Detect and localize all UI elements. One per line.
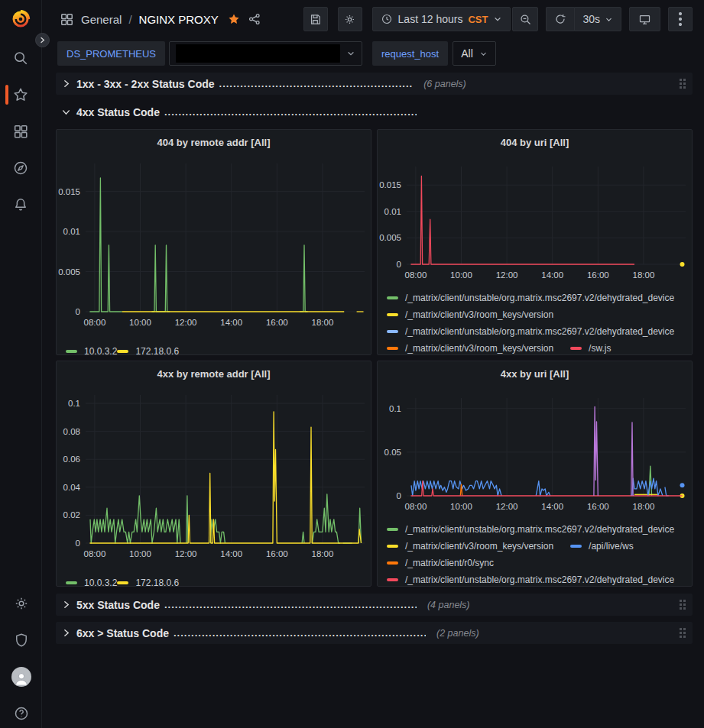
- sidebar-item-help[interactable]: [0, 703, 42, 724]
- panel-title[interactable]: 404 by remote addr [All]: [57, 130, 371, 154]
- refresh-button[interactable]: [546, 7, 574, 31]
- legend-item[interactable]: 172.18.0.6: [117, 346, 179, 355]
- panel-title[interactable]: 404 by uri [All]: [378, 130, 692, 154]
- time-series-chart[interactable]: 08:0010:0012:0014:0016:0018:0000.050.1: [378, 386, 692, 514]
- panel-legend: /_matrix/client/unstable/org.matrix.msc2…: [378, 293, 692, 355]
- redacted-datasource-value: [176, 44, 340, 63]
- dashboard-panel: 404 by uri [All]08:0010:0012:0014:0016:0…: [377, 129, 693, 355]
- legend-swatch: [387, 561, 398, 565]
- row-drag-handle[interactable]: [680, 79, 686, 89]
- legend-item[interactable]: 172.18.0.6: [117, 578, 179, 587]
- kebab-menu-button[interactable]: [668, 7, 693, 31]
- request-host-variable-dropdown[interactable]: All: [453, 41, 496, 66]
- refresh-group: 30s: [546, 7, 621, 31]
- svg-text:14:00: 14:00: [541, 502, 563, 511]
- legend-swatch: [387, 296, 398, 299]
- chevron-right-icon: [61, 628, 71, 638]
- share-icon[interactable]: [248, 12, 261, 26]
- legend-label: 172.18.0.6: [135, 578, 179, 587]
- sidebar-item-configuration[interactable]: [0, 593, 42, 614]
- legend-item[interactable]: /_matrix/client/unstable/org.matrix.msc2…: [387, 574, 674, 585]
- svg-text:0.05: 0.05: [384, 448, 401, 457]
- sidebar-item-starred[interactable]: [0, 84, 42, 105]
- legend-item[interactable]: /_matrix/client/unstable/org.matrix.msc2…: [387, 293, 674, 303]
- svg-text:0.005: 0.005: [379, 233, 401, 242]
- svg-text:08:00: 08:00: [84, 318, 106, 327]
- request-host-variable-label[interactable]: request_host: [372, 41, 448, 66]
- time-range-picker[interactable]: Last 12 hours CST: [372, 7, 511, 31]
- svg-text:0.1: 0.1: [68, 399, 80, 408]
- svg-text:16:00: 16:00: [266, 318, 288, 327]
- sidebar-bottom: [0, 578, 42, 724]
- time-range-label: Last 12 hours: [398, 13, 463, 25]
- row-5xx[interactable]: 5xx Status Code ........................…: [56, 594, 693, 616]
- panel-title[interactable]: 4xx by remote addr [All]: [57, 361, 371, 386]
- dashboard-settings-button[interactable]: [338, 7, 362, 31]
- sidebar-item-dashboards[interactable]: [0, 121, 42, 142]
- panel-title[interactable]: 4xx by uri [All]: [378, 361, 692, 386]
- datasource-variable-dropdown[interactable]: [169, 41, 362, 66]
- top-nav: General / NGINX PROXY: [54, 0, 704, 38]
- grafana-logo[interactable]: [9, 8, 32, 31]
- svg-text:12:00: 12:00: [496, 270, 518, 280]
- svg-text:0.04: 0.04: [63, 483, 81, 492]
- monitor-icon: [638, 13, 651, 26]
- row-title: 6xx > Status Code: [76, 627, 169, 639]
- svg-text:08:00: 08:00: [405, 270, 427, 280]
- svg-text:0: 0: [76, 307, 80, 316]
- time-series-chart[interactable]: 08:0010:0012:0014:0016:0018:0000.0050.01…: [378, 154, 692, 283]
- row-drag-handle[interactable]: [680, 628, 686, 638]
- svg-text:18:00: 18:00: [633, 502, 655, 511]
- legend-label: /_matrix/client/unstable/org.matrix.msc2…: [405, 524, 674, 535]
- legend-item[interactable]: /_matrix/client/unstable/org.matrix.msc2…: [387, 326, 674, 337]
- legend-label: /_matrix/client/r0/sync: [405, 558, 494, 568]
- row-1xx-3xx-2xx[interactable]: 1xx - 3xx - 2xx Status Code ............…: [56, 73, 693, 95]
- row-4xx[interactable]: 4xx Status Code ........................…: [56, 101, 693, 123]
- legend-item[interactable]: /sw.js: [570, 343, 611, 354]
- dashboard-panel: 4xx by uri [All]08:0010:0012:0014:0016:0…: [377, 361, 693, 587]
- legend-item[interactable]: /_matrix/client/v3/room_keys/version: [387, 541, 553, 552]
- zoom-out-time-button[interactable]: [512, 7, 538, 31]
- legend-label: /_matrix/client/v3/room_keys/version: [405, 541, 553, 552]
- time-series-chart[interactable]: 08:0010:0012:0014:0016:0018:0000.020.040…: [57, 386, 371, 563]
- breadcrumb-folder[interactable]: General: [81, 13, 122, 26]
- sidebar-item-alerting[interactable]: [0, 194, 42, 215]
- row-drag-handle[interactable]: [680, 600, 686, 610]
- legend-item[interactable]: 10.0.3.2: [66, 578, 117, 587]
- sidebar-item-search[interactable]: [0, 47, 42, 69]
- legend-item[interactable]: /_matrix/client/v3/room_keys/version: [387, 343, 553, 354]
- gear-icon: [13, 595, 30, 612]
- legend-item[interactable]: 10.0.3.2: [66, 346, 117, 355]
- time-series-chart[interactable]: 08:0010:0012:0014:0016:0018:0000.0050.01…: [57, 154, 371, 332]
- save-dashboard-button[interactable]: [303, 7, 328, 31]
- breadcrumb-dashboard-title[interactable]: NGINX PROXY: [139, 13, 219, 26]
- legend-label: /_matrix/client/v3/room_keys/version: [405, 343, 553, 354]
- refresh-interval-dropdown[interactable]: 30s: [574, 7, 621, 31]
- svg-text:0.005: 0.005: [58, 267, 80, 277]
- legend-item[interactable]: /_matrix/client/unstable/org.matrix.msc2…: [387, 524, 674, 535]
- row-title-dots: ........................................…: [164, 106, 417, 118]
- sidebar-item-profile[interactable]: [0, 666, 42, 688]
- sidebar-expand-button[interactable]: [35, 33, 50, 47]
- legend-item[interactable]: /api/live/ws: [570, 541, 634, 552]
- legend-label: 10.0.3.2: [84, 346, 117, 355]
- row-6xx[interactable]: 6xx > Status Code ......................…: [56, 622, 693, 644]
- svg-text:10:00: 10:00: [129, 318, 151, 327]
- row-title-dots: ........................................…: [219, 78, 414, 89]
- svg-text:0.08: 0.08: [63, 427, 80, 436]
- breadcrumb: General / NGINX PROXY: [60, 12, 261, 27]
- datasource-variable-label[interactable]: DS_PROMETHEUS: [57, 41, 165, 66]
- tv-mode-button[interactable]: [629, 7, 660, 31]
- row-panel-count: (2 panels): [436, 628, 479, 639]
- chevron-right-icon: [61, 79, 71, 89]
- legend-item[interactable]: /_matrix/client/v3/room_keys/version: [387, 309, 553, 320]
- sidebar-item-explore[interactable]: [0, 157, 42, 179]
- save-icon: [309, 13, 322, 26]
- bell-icon: [12, 196, 29, 213]
- svg-text:16:00: 16:00: [266, 549, 288, 558]
- apps-icon: [12, 123, 29, 140]
- sidebar-item-server-admin[interactable]: [0, 629, 42, 651]
- legend-label: 172.18.0.6: [135, 346, 179, 355]
- favorite-star-icon[interactable]: [227, 12, 241, 26]
- legend-item[interactable]: /_matrix/client/r0/sync: [387, 558, 494, 568]
